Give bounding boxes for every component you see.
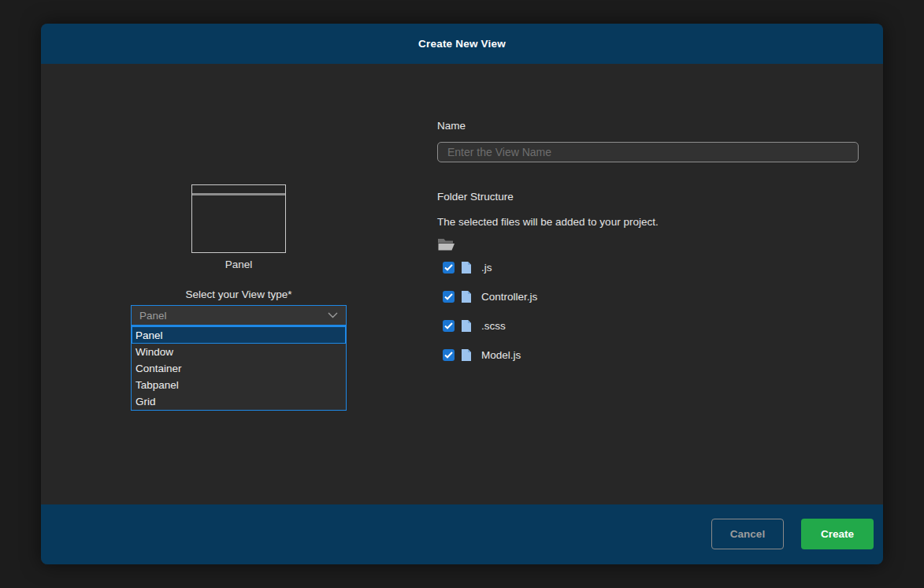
checkbox-scss[interactable]: [443, 320, 455, 332]
cancel-button[interactable]: Cancel: [711, 519, 784, 549]
checkbox-controller-js[interactable]: [443, 291, 455, 303]
view-type-selected-value: Panel: [139, 310, 328, 322]
file-label: Controller.js: [481, 291, 537, 303]
checkbox-model-js[interactable]: [443, 349, 455, 361]
dropdown-option-panel[interactable]: Panel: [132, 326, 346, 344]
folder-structure-label: Folder Structure: [437, 191, 514, 203]
file-icon: [461, 348, 472, 362]
file-icon: [461, 290, 472, 303]
file-label: .scss: [481, 320, 506, 332]
dialog-header: Create New View: [41, 24, 883, 64]
view-name-input[interactable]: [437, 142, 859, 162]
create-button[interactable]: Create: [801, 519, 874, 549]
chevron-down-icon[interactable]: [328, 312, 338, 318]
file-label: .js: [481, 262, 492, 274]
file-row-controller-js: Controller.js: [443, 288, 537, 304]
view-type-dropdown-list: Panel Window Container Tabpanel Grid: [131, 326, 347, 411]
name-label: Name: [437, 120, 466, 132]
dialog-body: Panel Select your View type* Panel Panel…: [41, 64, 883, 504]
open-folder-icon[interactable]: [437, 237, 458, 251]
dropdown-option-container[interactable]: Container: [132, 360, 346, 377]
dialog-title: Create New View: [418, 38, 506, 50]
dialog-footer: Cancel Create: [41, 504, 883, 564]
panel-preview-image: [191, 184, 286, 253]
file-row-scss: .scss: [443, 318, 506, 333]
file-icon: [461, 319, 472, 333]
dropdown-option-tabpanel[interactable]: Tabpanel: [132, 377, 346, 393]
file-row-js: .js: [443, 259, 492, 275]
checkbox-js[interactable]: [443, 262, 455, 274]
panel-preview-titlebar: [192, 185, 285, 195]
folder-structure-description: The selected files will be added to your…: [437, 216, 659, 228]
file-label: Model.js: [481, 349, 521, 361]
view-type-combobox[interactable]: Panel: [131, 305, 347, 326]
file-row-model-js: Model.js: [443, 347, 521, 363]
view-type-label: Select your View type*: [131, 288, 347, 300]
panel-preview-label: Panel: [191, 259, 286, 270]
dropdown-option-grid[interactable]: Grid: [132, 393, 346, 410]
file-icon: [461, 261, 472, 274]
dropdown-option-window[interactable]: Window: [132, 344, 346, 360]
create-new-view-dialog: Create New View Panel Select your View t…: [41, 24, 883, 564]
